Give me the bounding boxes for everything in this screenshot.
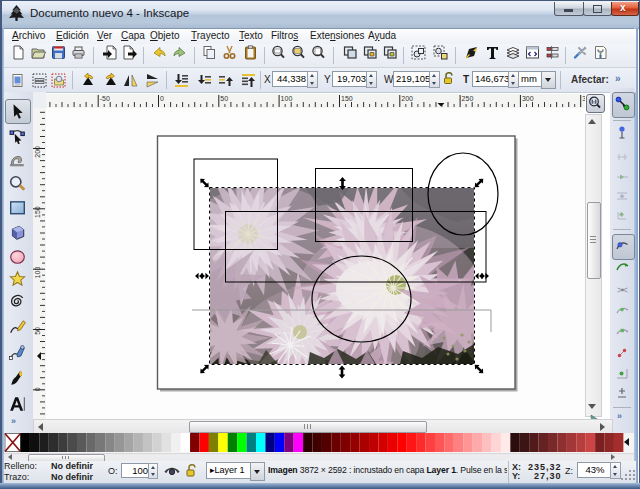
svg-text:100: 100 [281,95,293,102]
svg-text:50: 50 [34,327,41,335]
svg-text:100: 100 [34,267,41,279]
svg-text:350: 350 [582,95,585,102]
svg-text:250: 250 [462,95,474,102]
svg-text:200: 200 [34,146,41,158]
svg-text:-50: -50 [100,95,110,102]
svg-text:200: 200 [401,95,413,102]
svg-text:150: 150 [341,95,353,102]
svg-text:50: 50 [220,95,228,102]
svg-text:300: 300 [522,95,534,102]
svg-text:0: 0 [160,95,164,102]
svg-text:0: 0 [34,387,41,391]
svg-text:150: 150 [34,206,41,218]
